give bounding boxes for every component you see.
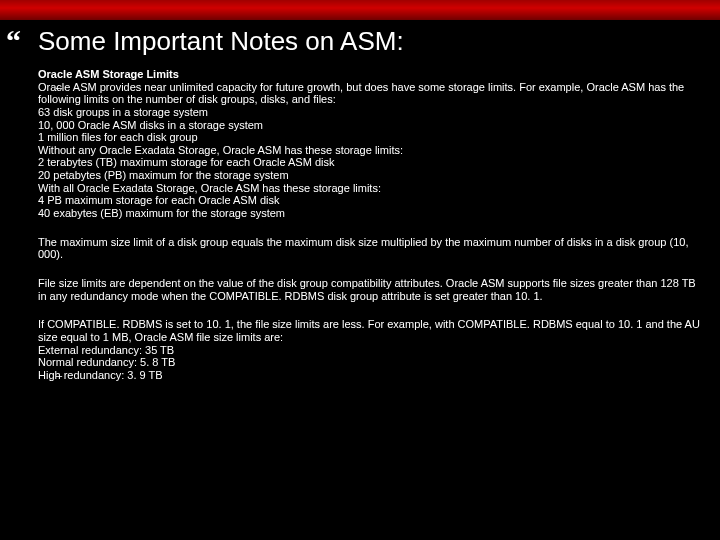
bullet-item: 10, 000 Oracle ASM disks in a storage sy… [38, 119, 704, 132]
bullet-item: 63 disk groups in a storage system [38, 106, 704, 119]
bullet-item: Oracle ASM Storage Limits [38, 68, 704, 81]
bullet-item: 20 petabytes (PB) maximum for the storag… [38, 169, 704, 182]
slide-title: Some Important Notes on ASM: [38, 26, 404, 57]
bullet-item: 1 million files for each disk group [38, 131, 704, 144]
bullet-item: High redundancy: 3. 9 TB [38, 369, 704, 382]
bullet-item: With all Oracle Exadata Storage, Oracle … [38, 182, 704, 195]
bullet-item: Normal redundancy: 5. 8 TB [38, 356, 704, 369]
bullet-list: Oracle ASM Storage LimitsOracle ASM prov… [38, 68, 704, 381]
bullet-item: Without any Oracle Exadata Storage, Orac… [38, 144, 704, 157]
bullet-item: 4 PB maximum storage for each Oracle ASM… [38, 194, 704, 207]
top-gradient-bar [0, 0, 720, 20]
bullet-item: External redundancy: 35 TB [38, 344, 704, 357]
bullet-item: 2 terabytes (TB) maximum storage for eac… [38, 156, 704, 169]
bullet-item: File size limits are dependent on the va… [38, 277, 704, 302]
bullet-item: The maximum size limit of a disk group e… [38, 236, 704, 261]
bullet-item: Oracle ASM provides near unlimited capac… [38, 81, 704, 106]
bullet-item: 40 exabytes (EB) maximum for the storage… [38, 207, 704, 220]
left-quote-accent: “ [6, 26, 21, 56]
bullet-item: If COMPATIBLE. RDBMS is set to 10. 1, th… [38, 318, 704, 343]
slide-body: Oracle ASM Storage LimitsOracle ASM prov… [38, 68, 704, 381]
